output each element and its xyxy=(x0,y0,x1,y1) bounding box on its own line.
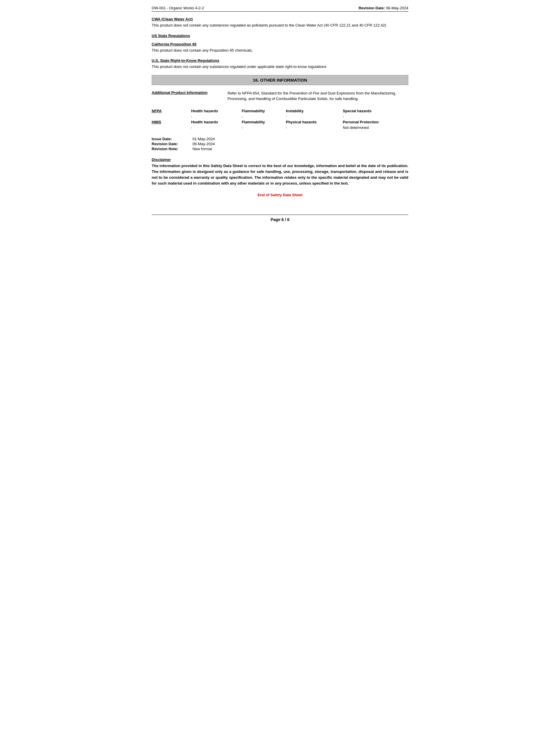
hmis-physical-value: - xyxy=(286,125,343,130)
cwa-section: CWA (Clean Water Act) This product does … xyxy=(152,17,408,28)
nfpa-health-header: Health hazards xyxy=(191,108,241,114)
nfpa-instab-header: Instability xyxy=(286,108,343,114)
ca-prop65-text: This product does not contain any Propos… xyxy=(152,47,408,53)
revision-note-row: Revision Note: New format xyxy=(152,147,408,151)
nfpa-header-row: NFPA Health hazards Flammability Instabi… xyxy=(152,108,408,114)
revision-date-value: 06-May-2024 xyxy=(386,6,408,10)
us-state-title: US State Regulations xyxy=(152,34,408,38)
revision-note-value: New format xyxy=(193,147,212,151)
hmis-label: HMIS xyxy=(152,119,191,125)
nfpa-special-value: - xyxy=(343,114,408,119)
revision-date: Revision Date: 06-May-2024 xyxy=(358,6,408,10)
nfpa-label-blank xyxy=(152,114,191,119)
hmis-values-row: - - - Not determined xyxy=(152,125,408,130)
nfpa-label: NFPA xyxy=(152,108,191,114)
additional-product-info-row: Additional Product Information Refer to … xyxy=(152,90,408,102)
hmis-flamm-header: Flammability xyxy=(242,119,286,125)
additional-product-info-label: Additional Product Information xyxy=(152,90,227,102)
nfpa-special-header: Special hazards xyxy=(343,108,408,114)
document-header: OW-001 - Organic Works 4-2-2 Revision Da… xyxy=(152,6,408,12)
hmis-personal-value: Not determined xyxy=(343,125,408,130)
nfpa-health-value: - xyxy=(191,114,241,119)
nfpa-flamm-header: Flammability xyxy=(242,108,286,114)
us-rtk-text: This product does not contain any substa… xyxy=(152,64,408,70)
us-state-section: US State Regulations California Proposit… xyxy=(152,34,408,70)
dates-block: Issue Date: 01-May-2024 Revision Date: 0… xyxy=(152,137,408,151)
issue-date-value: 01-May-2024 xyxy=(193,137,215,141)
revision-date-label: Revision Date: xyxy=(358,6,385,10)
disclaimer-text: The information provided in this Safety … xyxy=(152,163,408,187)
disclaimer-section: Disclaimer The information provided in t… xyxy=(152,158,408,187)
issue-date-label: Issue Date: xyxy=(152,137,193,141)
cwa-title: CWA (Clean Water Act) xyxy=(152,17,408,21)
us-rtk-section: U.S. State Right-to-Know Regulations Thi… xyxy=(152,58,408,70)
nfpa-hmis-table: NFPA Health hazards Flammability Instabi… xyxy=(152,108,408,130)
revision-note-label: Revision Note: xyxy=(152,147,193,151)
issue-date-row: Issue Date: 01-May-2024 xyxy=(152,137,408,141)
revision-date-row: Revision Date: 06-May-2024 xyxy=(152,142,408,146)
revision-date-field-value: 06-May-2024 xyxy=(193,142,215,146)
hmis-health-value: - xyxy=(191,125,241,130)
section-16-header: 16. OTHER INFORMATION xyxy=(152,75,408,85)
nfpa-values-row: - - - - xyxy=(152,114,408,119)
additional-product-info-text: Refer to NFPA 654, Standard for the Prev… xyxy=(227,90,408,102)
cwa-text: This product does not contain any substa… xyxy=(152,22,408,28)
page-number: Page 6 / 6 xyxy=(271,217,289,222)
hmis-health-header: Health hazards xyxy=(191,119,241,125)
page-footer: Page 6 / 6 xyxy=(152,215,408,222)
nfpa-flamm-value: - xyxy=(242,114,286,119)
hmis-flamm-value: - xyxy=(242,125,286,130)
us-rtk-title: U.S. State Right-to-Know Regulations xyxy=(152,58,408,63)
hmis-physical-header: Physical hazards xyxy=(286,119,343,125)
hmis-label-blank xyxy=(152,125,191,130)
disclaimer-heading: Disclaimer xyxy=(152,158,408,162)
hmis-personal-header: Personal Protection xyxy=(343,119,408,125)
hmis-header-row: HMIS Health hazards Flammability Physica… xyxy=(152,119,408,125)
nfpa-instab-value: - xyxy=(286,114,343,119)
revision-date-field-label: Revision Date: xyxy=(152,142,193,146)
ca-prop65-section: California Proposition 65 This product d… xyxy=(152,42,408,53)
end-of-sheet: End of Safety Data Sheet xyxy=(152,193,408,197)
ca-prop65-title: California Proposition 65 xyxy=(152,42,408,46)
document-id: OW-001 - Organic Works 4-2-2 xyxy=(152,6,204,10)
